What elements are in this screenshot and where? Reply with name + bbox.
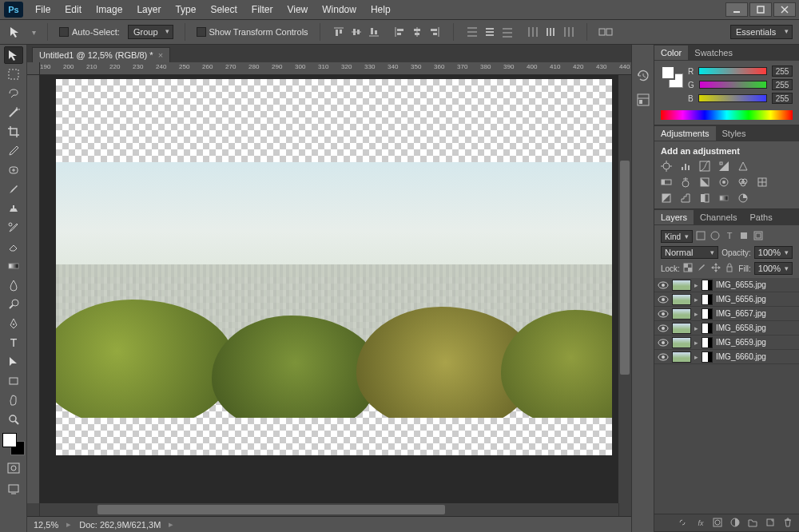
healing-brush-tool[interactable] — [4, 161, 23, 179]
visibility-toggle-icon[interactable] — [658, 351, 669, 363]
filter-type-icon[interactable]: T — [725, 231, 736, 242]
posterize-icon[interactable] — [680, 193, 691, 204]
lasso-tool[interactable] — [4, 85, 23, 102]
dodge-tool[interactable] — [4, 296, 23, 313]
history-panel-icon[interactable] — [636, 69, 650, 83]
align-right-icon[interactable] — [427, 25, 442, 39]
delete-layer-icon[interactable] — [783, 518, 794, 529]
link-layers-icon[interactable] — [678, 518, 689, 529]
workspace-switcher[interactable]: Essentials — [730, 25, 793, 39]
path-selection-tool[interactable] — [4, 353, 23, 371]
canvas[interactable] — [40, 75, 618, 503]
window-close-button[interactable] — [773, 2, 796, 17]
layer-row[interactable]: ▸IMG_6659.jpg — [654, 335, 799, 350]
new-layer-icon[interactable] — [765, 518, 777, 529]
menu-type[interactable]: Type — [169, 2, 202, 18]
window-maximize-button[interactable] — [749, 2, 772, 17]
layer-mask-thumbnail[interactable] — [702, 294, 713, 305]
gradient-tool[interactable] — [4, 257, 23, 275]
blend-mode-select[interactable]: Normal — [661, 246, 718, 259]
visibility-toggle-icon[interactable] — [658, 294, 669, 305]
curves-icon[interactable] — [699, 161, 710, 172]
layer-filter-kind[interactable]: Kind — [661, 230, 693, 243]
distribute-bottom-icon[interactable] — [500, 25, 515, 39]
visibility-toggle-icon[interactable] — [658, 280, 669, 291]
visibility-toggle-icon[interactable] — [658, 308, 669, 320]
visibility-toggle-icon[interactable] — [658, 323, 669, 334]
layer-name[interactable]: IMG_6655.jpg — [716, 280, 766, 289]
threshold-icon[interactable] — [699, 193, 710, 204]
menu-image[interactable]: Image — [89, 2, 129, 18]
align-top-icon[interactable] — [332, 25, 346, 39]
vibrance-icon[interactable] — [737, 161, 749, 172]
color-balance-icon[interactable] — [680, 177, 691, 188]
lock-all-icon[interactable] — [725, 263, 735, 274]
distribute-top-icon[interactable] — [465, 25, 479, 39]
layer-row[interactable]: ▸IMG_6657.jpg — [654, 307, 799, 321]
distribute-right-icon[interactable] — [561, 25, 575, 39]
distribute-left-icon[interactable] — [526, 25, 540, 39]
zoom-level[interactable]: 12,5% — [34, 520, 58, 530]
menu-edit[interactable]: Edit — [58, 2, 88, 18]
type-tool[interactable]: T — [4, 334, 23, 351]
eraser-tool[interactable] — [4, 238, 23, 256]
lock-transparency-icon[interactable] — [683, 263, 694, 274]
lock-pixels-icon[interactable] — [697, 263, 707, 274]
layer-row[interactable]: ▸IMG_6658.jpg — [654, 321, 799, 335]
menu-file[interactable]: File — [29, 2, 57, 18]
pen-tool[interactable] — [4, 315, 23, 332]
align-bottom-icon[interactable] — [367, 25, 381, 39]
layer-row[interactable]: ▸IMG_6660.jpg — [654, 350, 799, 364]
menu-layer[interactable]: Layer — [130, 2, 167, 18]
tab-paths[interactable]: Paths — [744, 210, 779, 224]
distribute-hcenter-icon[interactable] — [543, 25, 558, 39]
exposure-icon[interactable] — [718, 161, 729, 172]
layer-mask-thumbnail[interactable] — [702, 323, 713, 334]
layer-name[interactable]: IMG_6656.jpg — [716, 295, 766, 304]
filter-pixel-icon[interactable] — [696, 231, 707, 242]
tab-color[interactable]: Color — [654, 46, 688, 60]
color-ramp[interactable] — [661, 110, 793, 120]
auto-select-mode-select[interactable]: Group — [128, 25, 173, 39]
layer-fx-icon[interactable]: fx — [695, 518, 706, 529]
layer-name[interactable]: IMG_6658.jpg — [716, 324, 766, 332]
zoom-tool[interactable] — [4, 411, 23, 428]
horizontal-scrollbar[interactable] — [27, 503, 631, 516]
menu-filter[interactable]: Filter — [245, 2, 280, 18]
layer-name[interactable]: IMG_6659.jpg — [716, 338, 766, 347]
menu-view[interactable]: View — [280, 2, 314, 18]
tab-swatches[interactable]: Swatches — [688, 46, 739, 60]
tab-styles[interactable]: Styles — [716, 126, 753, 141]
history-brush-tool[interactable] — [4, 219, 23, 236]
selective-color-icon[interactable] — [737, 193, 749, 204]
brush-tool[interactable] — [4, 181, 23, 198]
eyedropper-tool[interactable] — [4, 142, 23, 160]
levels-icon[interactable] — [680, 161, 691, 172]
align-hcenter-icon[interactable] — [410, 25, 424, 39]
close-tab-icon[interactable]: × — [158, 50, 163, 60]
magic-wand-tool[interactable] — [4, 104, 23, 121]
black-white-icon[interactable] — [699, 177, 710, 188]
crop-tool[interactable] — [4, 123, 23, 141]
auto-align-icon[interactable] — [598, 25, 613, 39]
auto-select-checkbox[interactable]: Auto-Select: — [59, 27, 120, 37]
document-tab[interactable]: Untitled1 @ 12,5% (RGB/8) * × — [32, 47, 170, 62]
layer-row[interactable]: ▸IMG_6655.jpg — [654, 278, 799, 292]
lock-position-icon[interactable] — [711, 263, 721, 274]
layer-mask-thumbnail[interactable] — [702, 308, 713, 320]
menu-window[interactable]: Window — [316, 2, 363, 18]
hand-tool[interactable] — [4, 391, 23, 409]
b-value[interactable]: 255 — [772, 93, 793, 104]
layer-mask-thumbnail[interactable] — [702, 351, 713, 363]
hue-sat-icon[interactable] — [661, 177, 672, 188]
show-transform-checkbox[interactable]: Show Transform Controls — [197, 27, 308, 37]
layer-mask-thumbnail[interactable] — [702, 280, 713, 291]
tab-layers[interactable]: Layers — [654, 210, 694, 224]
layer-mask-thumbnail[interactable] — [702, 337, 713, 348]
opacity-input[interactable]: 100% — [754, 246, 793, 259]
foreground-background-swatches[interactable] — [2, 433, 25, 455]
layer-row[interactable]: ▸IMG_6656.jpg — [654, 292, 799, 307]
b-slider[interactable] — [698, 94, 767, 102]
filter-shape-icon[interactable] — [739, 231, 750, 242]
tab-channels[interactable]: Channels — [694, 210, 743, 224]
